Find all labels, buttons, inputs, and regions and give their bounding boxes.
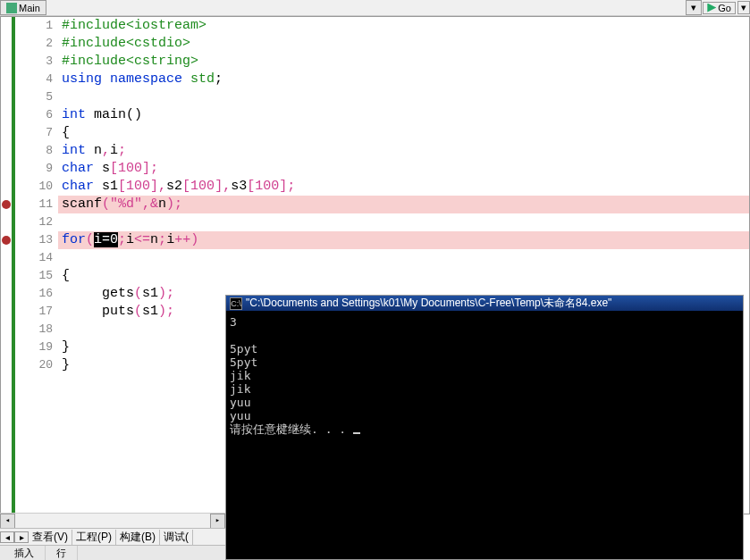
line-number: 14 bbox=[15, 249, 58, 267]
line-number: 3 bbox=[15, 53, 58, 71]
console-line: 5pyt bbox=[230, 355, 739, 369]
status-line: 行 bbox=[46, 546, 78, 560]
line-number: 13 bbox=[15, 231, 58, 249]
code-line[interactable]: int n,i; bbox=[58, 142, 749, 160]
code-line[interactable]: char s[100]; bbox=[58, 160, 749, 178]
code-line[interactable] bbox=[58, 213, 749, 231]
console-line: yuu bbox=[230, 396, 739, 409]
status-insert: 插入 bbox=[4, 546, 46, 560]
code-line[interactable]: char s1[100],s2[100],s3[100]; bbox=[58, 178, 749, 196]
tab-next-icon[interactable]: ▸ bbox=[14, 531, 29, 543]
line-number: 16 bbox=[15, 285, 58, 303]
top-tab-bar: Main ▾ Go ▾ bbox=[0, 0, 750, 16]
scroll-right-icon[interactable]: ▸ bbox=[210, 514, 225, 529]
console-line: 请按任意楗继续. . . bbox=[230, 422, 739, 436]
line-number: 9 bbox=[15, 160, 58, 178]
tab-build[interactable]: 构建(B) bbox=[116, 530, 160, 545]
play-icon bbox=[707, 4, 716, 13]
console-titlebar[interactable]: C:\ "C:\Documents and Settings\k01\My Do… bbox=[226, 296, 743, 312]
cursor bbox=[353, 432, 360, 434]
tab-label: Main bbox=[19, 3, 40, 13]
line-number: 7 bbox=[15, 124, 58, 142]
line-number: 15 bbox=[15, 267, 58, 285]
code-line[interactable]: for(i=0;i<=n;i++) bbox=[58, 231, 749, 249]
line-number: 12 bbox=[15, 213, 58, 231]
go-dropdown[interactable]: ▾ bbox=[737, 1, 750, 14]
line-number: 10 bbox=[15, 178, 58, 196]
bottom-tab-bar: ◂ ▸ 查看(V) 工程(P) 构建(B) 调试( bbox=[0, 528, 225, 545]
code-line[interactable]: using namespace std; bbox=[58, 71, 749, 88]
line-number: 20 bbox=[15, 356, 58, 374]
code-line[interactable]: #include<iostream> bbox=[58, 17, 749, 35]
line-number: 5 bbox=[15, 88, 58, 106]
console-line: jik bbox=[230, 382, 739, 396]
tab-prev-icon[interactable]: ◂ bbox=[0, 531, 14, 543]
horizontal-scrollbar[interactable]: ◂ ▸ bbox=[0, 513, 225, 528]
file-tab[interactable]: Main bbox=[0, 0, 46, 15]
console-title-text: "C:\Documents and Settings\k01\My Docume… bbox=[246, 296, 611, 311]
breakpoint-marker[interactable] bbox=[2, 236, 11, 245]
code-line[interactable] bbox=[58, 88, 749, 106]
console-line: 3 bbox=[230, 315, 739, 329]
line-number: 18 bbox=[15, 321, 58, 339]
tab-view[interactable]: 查看(V) bbox=[29, 530, 72, 545]
code-line[interactable]: #include<cstring> bbox=[58, 53, 749, 71]
go-button[interactable]: Go bbox=[703, 2, 736, 14]
code-line[interactable]: scanf("%d",&n); bbox=[58, 196, 749, 213]
line-number: 2 bbox=[15, 35, 58, 53]
file-icon bbox=[6, 3, 17, 13]
line-number-gutter: 1234567891011121314151617181920 bbox=[15, 17, 58, 514]
code-line[interactable]: { bbox=[58, 267, 749, 285]
console-output: 3 5pyt5pytjikjikyuuyuu请按任意楗继续. . . bbox=[226, 312, 743, 559]
code-line[interactable]: #include<cstdio> bbox=[58, 35, 749, 53]
console-line: 5pyt bbox=[230, 342, 739, 355]
line-number: 19 bbox=[15, 339, 58, 356]
code-line[interactable]: { bbox=[58, 124, 749, 142]
line-number: 11 bbox=[15, 196, 58, 213]
code-line[interactable] bbox=[58, 249, 749, 267]
status-bar: 插入 行 bbox=[0, 545, 225, 560]
line-number: 8 bbox=[15, 142, 58, 160]
go-label: Go bbox=[718, 3, 731, 13]
breakpoint-gutter[interactable] bbox=[1, 17, 12, 514]
console-window[interactable]: C:\ "C:\Documents and Settings\k01\My Do… bbox=[225, 295, 744, 560]
tab-dropdown[interactable]: ▾ bbox=[686, 0, 702, 15]
line-number: 4 bbox=[15, 71, 58, 88]
line-number: 1 bbox=[15, 17, 58, 35]
breakpoint-marker[interactable] bbox=[2, 200, 11, 209]
code-line[interactable]: int main() bbox=[58, 106, 749, 124]
line-number: 6 bbox=[15, 106, 58, 124]
scroll-left-icon[interactable]: ◂ bbox=[0, 514, 15, 529]
tab-project[interactable]: 工程(P) bbox=[72, 530, 116, 545]
console-line bbox=[230, 329, 739, 342]
tab-debug[interactable]: 调试( bbox=[160, 530, 193, 545]
console-line: yuu bbox=[230, 409, 739, 422]
line-number: 17 bbox=[15, 303, 58, 321]
console-icon: C:\ bbox=[230, 297, 242, 310]
console-line: jik bbox=[230, 369, 739, 382]
